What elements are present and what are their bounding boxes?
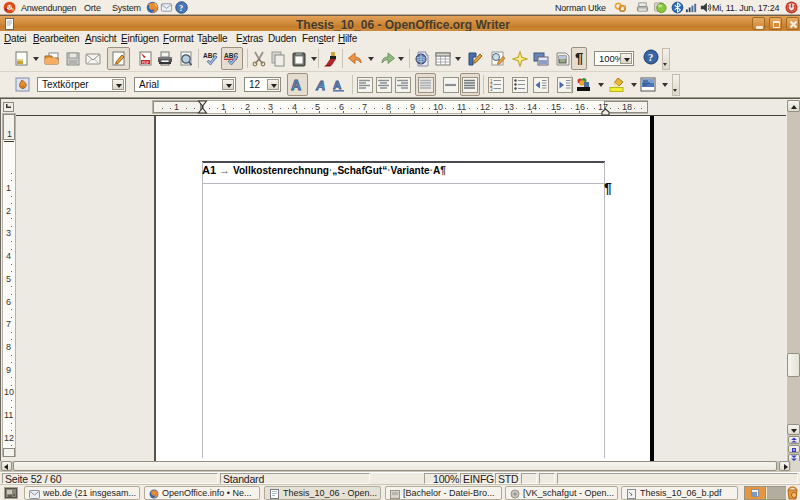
svg-text:PDF: PDF	[142, 61, 149, 65]
svg-text:A: A	[333, 79, 341, 91]
svg-text:A: A	[291, 77, 301, 93]
svg-text:A: A	[315, 78, 325, 93]
svg-text:?: ?	[648, 52, 653, 63]
svg-text:?: ?	[179, 4, 183, 13]
